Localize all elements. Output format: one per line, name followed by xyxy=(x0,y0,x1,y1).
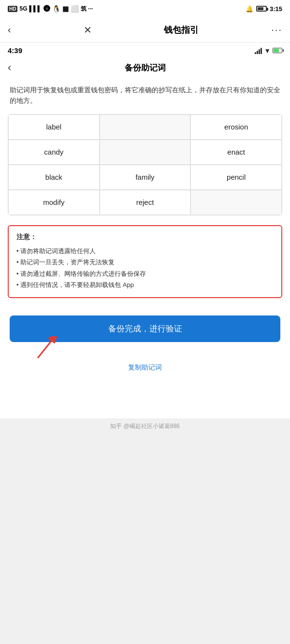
wifi-icon: ▼ xyxy=(264,47,271,55)
mnemonic-cell-reject: reject xyxy=(100,190,191,215)
signal-bars-inner xyxy=(255,47,262,54)
qq-icon: 🐧 xyxy=(52,5,60,13)
mnemonic-grid-container: label erosion candy enact black family p xyxy=(8,114,282,215)
signal-bar-2 xyxy=(257,51,258,54)
mnemonic-grid: label erosion candy enact black family p xyxy=(8,114,282,215)
inner-back-button[interactable]: ‹ xyxy=(8,61,11,74)
bottom-spacer xyxy=(0,380,290,418)
signal-bar-3 xyxy=(259,49,260,54)
mnemonic-cell-enact: enact xyxy=(190,140,282,165)
outer-status-right: 🔔 3:15 xyxy=(246,5,282,13)
signal-5g: 5G xyxy=(19,5,27,12)
signal-bar-4 xyxy=(261,48,262,54)
mnemonic-cell-black: black xyxy=(8,165,100,190)
mnemonic-cell-family: family xyxy=(100,165,191,190)
warning-box: 注意： • 请勿将助记词透露给任何人 • 助记词一旦丢失，资产将无法恢复 • 请… xyxy=(8,225,282,299)
outer-time: 3:15 xyxy=(270,5,282,13)
mnemonic-cell-candy: candy xyxy=(8,140,100,165)
hd-badge: HD xyxy=(8,6,17,12)
weibo-icon: 🅦 xyxy=(44,5,50,13)
red-arrow-annotation xyxy=(33,336,62,360)
description-text: 助记词用于恢复钱包或重置钱包密码，将它准确的抄写在纸上，并存放在只有你知道的安全… xyxy=(0,79,290,114)
inner-phone-content: 4:39 ▼ ‹ 备份助记词 助记词用于恢复钱包或重置钱包密码，将它准确的抄写在… xyxy=(0,43,290,418)
app-close-button[interactable]: ✕ xyxy=(84,24,92,36)
bell-icon: 🔔 xyxy=(246,5,253,13)
mnemonic-cell-empty-2 xyxy=(100,140,191,165)
mnemonic-cell-empty-3 xyxy=(190,190,282,215)
battery-inner xyxy=(273,48,282,53)
mnemonic-cell-erosion: erosion xyxy=(190,114,282,140)
signal-bar-1 xyxy=(255,52,256,54)
mnemonic-cell-empty-1 xyxy=(100,114,191,140)
app-back-button[interactable]: ‹ xyxy=(8,24,11,35)
more-icon: 筑 ··· xyxy=(81,5,93,13)
watermark: 知乎 @崛起社区小诸葛886 xyxy=(0,418,290,434)
warning-item-3: • 请勿通过截屏、网络传输的方式进行备份保存 xyxy=(16,268,274,279)
app-title: 钱包指引 xyxy=(164,24,199,36)
mnemonic-cell-pencil: pencil xyxy=(190,165,282,190)
warning-item-1: • 请勿将助记词透露给任何人 xyxy=(16,245,274,257)
battery-outer xyxy=(256,6,267,12)
mnemonic-cell-modify: modify xyxy=(8,190,100,215)
mnemonic-cell-label: label xyxy=(8,114,100,140)
outer-status-bar: HD 5G ▌▌▌ 🅦 🐧 ▦ ⬜ 筑 ··· 🔔 3:15 xyxy=(0,0,290,17)
signal-bars-outer: ▌▌▌ xyxy=(29,5,42,12)
inner-status-bar: 4:39 ▼ xyxy=(0,43,290,57)
warning-title: 注意： xyxy=(16,233,274,242)
app-more-button[interactable]: ··· xyxy=(271,24,282,35)
warning-item-4: • 遇到任何情况，请不要轻易卸载钱包 App xyxy=(16,279,274,290)
inner-status-icons: ▼ xyxy=(255,47,282,55)
inner-time: 4:39 xyxy=(8,46,22,55)
warning-item-2: • 助记词一旦丢失，资产将无法恢复 xyxy=(16,257,274,268)
box-icon: ⬜ xyxy=(71,5,79,13)
outer-status-left: HD 5G ▌▌▌ 🅦 🐧 ▦ ⬜ 筑 ··· xyxy=(8,5,93,13)
app-top-bar: ‹ ✕ 钱包指引 ··· xyxy=(0,17,290,43)
inner-page-header: ‹ 备份助记词 xyxy=(0,57,290,79)
copy-mnemonic-link[interactable]: 复制助记词 xyxy=(128,363,162,372)
inner-page-title: 备份助记词 xyxy=(125,62,166,73)
qr-icon: ▦ xyxy=(62,5,69,13)
svg-line-1 xyxy=(38,341,51,358)
action-area: 备份完成，进行验证 复制助记词 xyxy=(0,308,290,380)
